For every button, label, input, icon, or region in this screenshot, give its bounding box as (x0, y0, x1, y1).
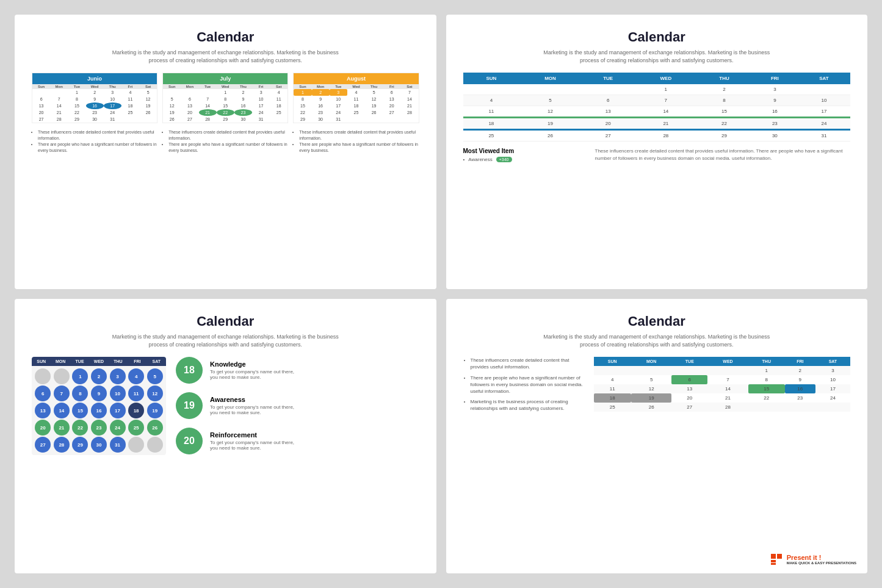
most-viewed-section: Most Viewed Item • Awareness +340 These … (463, 148, 851, 162)
slide-1: Calendar Marketing is the study and mana… (15, 15, 436, 289)
slide3-body: SUNMONTUEWEDTHUFRISAT 1 2 3 4 5 6 7 8 9 (32, 357, 419, 455)
cal-august-header: August (294, 73, 418, 84)
num-text-18: Knowledge To get your company's name out… (210, 360, 294, 380)
bullet-icon: • (463, 157, 465, 162)
mv-item-label: Awareness (468, 157, 492, 162)
cal-junio-header: Junio (32, 73, 157, 84)
num-item-19: 19 Awareness To get your company's name … (176, 392, 419, 419)
s4-row-3: 11121314151617 (594, 384, 851, 393)
numbered-items: 18 Knowledge To get your company's name … (176, 357, 419, 454)
num-text-20: Reinforcement To get your company's name… (210, 431, 294, 451)
slide4-subtitle: Marketing is the study and management of… (543, 333, 770, 348)
main-grid: Calendar Marketing is the study and mana… (0, 0, 882, 588)
slide2-subtitle: Marketing is the study and management of… (543, 49, 770, 64)
cal-july-days: SunMonTueWedThuFriSat (163, 84, 287, 89)
slide3-title: Calendar (197, 314, 254, 329)
slide4-title: Calendar (628, 314, 685, 329)
circle-cal-grid: 1 2 3 4 5 6 7 8 9 10 11 12 13 14 15 (32, 366, 166, 455)
s4-row-2: 45678910 (594, 375, 851, 384)
slide3-subtitle: Marketing is the study and management of… (112, 333, 339, 348)
svg-rect-0 (771, 554, 776, 559)
slide1-notes: These influencers create detailed conten… (32, 129, 419, 153)
num-circle-18: 18 (176, 357, 203, 384)
brand-text: Present it ! MAKE QUICK & EASY PRESENTAT… (787, 554, 856, 565)
cal-row-3: 11121314151617 (463, 106, 851, 118)
circle-calendar: SUNMONTUEWEDTHUFRISAT 1 2 3 4 5 6 7 8 9 (32, 357, 166, 455)
cal-august-days: SunMonTueWedThuFriSat (294, 84, 418, 89)
mv-description: These influencers create detailed conten… (595, 148, 851, 162)
s4-row-1: 123 (594, 366, 851, 375)
brand-name: Present it ! (787, 554, 856, 561)
cal-junio-days: SunMonTueWedThuFriSat (32, 84, 157, 89)
cal-july-grid: 1234 567891011 12131415161718 1920212223… (163, 89, 287, 123)
slide-4: Calendar Marketing is the study and mana… (446, 299, 868, 573)
small-cal2-table: SUN MON TUE WED THU FRI SAT 123 (594, 357, 851, 412)
slide1-note-2: These influencers create detailed conten… (162, 129, 288, 153)
slide1-title: Calendar (197, 29, 254, 45)
slide4-notes: These influencers create detailed conten… (463, 357, 585, 415)
svg-rect-3 (771, 563, 776, 565)
s4-row-5: 25262728 (594, 403, 851, 412)
slide1-subtitle: Marketing is the study and management of… (112, 49, 339, 64)
mv-item: • Awareness +340 (463, 157, 585, 162)
mv-title: Most Viewed Item (463, 148, 585, 154)
cal-row-4: 18192021222324 (463, 118, 851, 130)
slide-3: Calendar Marketing is the study and mana… (15, 299, 436, 573)
svg-rect-1 (777, 554, 782, 559)
num-text-19: Awareness To get your company's name out… (210, 396, 294, 415)
mv-left: Most Viewed Item • Awareness +340 (463, 148, 585, 162)
cal-row-2: 45678910 (463, 95, 851, 106)
slide2-title: Calendar (628, 29, 685, 45)
slide4-calendar: SUN MON TUE WED THU FRI SAT 123 (594, 357, 851, 415)
svg-rect-2 (771, 560, 776, 562)
cal-junio-grid: 12345 6789101112 13141516171819 20212223… (32, 89, 157, 123)
cal-july: July SunMonTueWedThuFriSat 1234 56789101… (162, 73, 288, 123)
wide-calendar: SUN MON TUE WED THU FRI SAT 123 45678910… (463, 73, 851, 142)
brand-footer: Present it ! MAKE QUICK & EASY PRESENTAT… (770, 553, 856, 566)
cal-row-1: 123 (463, 84, 851, 95)
slide1-note-3: These influencers create detailed conten… (293, 129, 419, 153)
slide4-body: These influencers create detailed conten… (463, 357, 851, 415)
circle-cal-header: SUNMONTUEWEDTHUFRISAT (32, 357, 166, 366)
brand-logo-icon (770, 553, 783, 566)
cal-row-5: 25262728293031 (463, 130, 851, 142)
slide1-note-1: These influencers create detailed conten… (32, 129, 157, 153)
mv-badge: +340 (496, 157, 512, 162)
cal-july-header: July (163, 73, 287, 84)
cal-august-grid: 1234567 891011121314 15161718192021 2223… (294, 89, 418, 123)
num-circle-20: 20 (176, 428, 203, 454)
num-item-20: 20 Reinforcement To get your company's n… (176, 428, 419, 454)
slide-2: Calendar Marketing is the study and mana… (446, 15, 868, 289)
s4-row-4: 18192021222324 (594, 393, 851, 403)
cal-junio: Junio SunMonTueWedThuFriSat 12345 678910… (32, 73, 157, 123)
num-circle-19: 19 (176, 392, 203, 419)
brand-tagline: MAKE QUICK & EASY PRESENTATIONS (787, 561, 856, 565)
num-item-18: 18 Knowledge To get your company's name … (176, 357, 419, 384)
cal-august: August SunMonTueWedThuFriSat 1234567 891… (293, 73, 419, 123)
three-calendars: Junio SunMonTueWedThuFriSat 12345 678910… (32, 73, 419, 123)
